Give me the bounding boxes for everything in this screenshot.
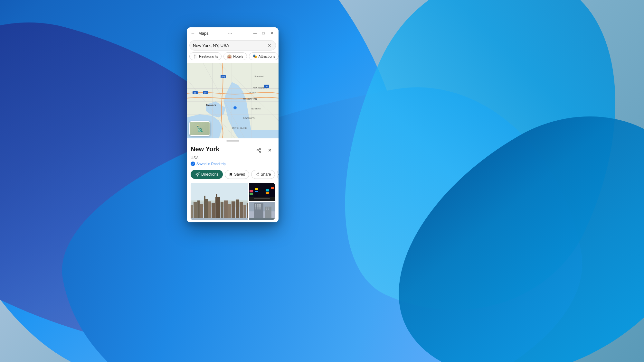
filter-hotels[interactable]: 🏨 Hotels [223, 52, 247, 60]
map-thumbnail[interactable]: 🗽 [189, 121, 210, 136]
svg-text:87: 87 [204, 92, 207, 94]
search-bar[interactable]: ✕ [189, 40, 276, 51]
svg-rect-73 [255, 191, 258, 192]
saved-label: Saved [234, 172, 245, 177]
close-button[interactable]: ✕ [268, 30, 275, 37]
svg-rect-62 [191, 218, 248, 220]
saved-badge: ✓ Saved in Road trip [191, 162, 275, 166]
svg-point-27 [234, 107, 236, 109]
maps-window: ← Maps ··· — □ ✕ ✕ 🍴 Restaurants 🏨 Hotel… [187, 27, 279, 222]
svg-rect-75 [249, 197, 275, 201]
svg-rect-51 [212, 203, 215, 220]
svg-rect-83 [255, 206, 256, 208]
directions-button[interactable]: Directions [191, 170, 223, 179]
drag-handle-bar [226, 140, 239, 142]
svg-rect-55 [224, 200, 228, 220]
place-country: USA [191, 156, 275, 160]
photo-main[interactable] [191, 183, 248, 220]
svg-rect-92 [266, 209, 267, 210]
svg-text:95: 95 [266, 86, 268, 88]
svg-rect-47 [200, 204, 203, 220]
svg-rect-57 [232, 201, 235, 220]
svg-rect-61 [247, 203, 248, 220]
svg-rect-80 [255, 204, 256, 206]
back-button[interactable]: ← [190, 30, 196, 36]
svg-point-30 [260, 151, 261, 153]
app-title: Maps [198, 31, 209, 36]
place-name: New York [191, 145, 219, 153]
attractions-icon: 🎭 [252, 54, 257, 59]
svg-point-37 [256, 174, 257, 175]
map-area[interactable]: Newark MANHATTAN QUEENS BROOKLYN STATEN … [187, 63, 279, 138]
svg-rect-44 [191, 205, 193, 220]
photos-grid [191, 183, 275, 220]
saved-badge-text: Saved in Road trip [196, 162, 226, 166]
photo-sm-1[interactable] [249, 183, 275, 201]
svg-rect-86 [255, 208, 256, 209]
window-controls: — □ ✕ [251, 30, 275, 37]
minimize-button[interactable]: — [251, 30, 259, 37]
svg-line-32 [258, 149, 260, 150]
thumbnail-image: 🗽 [190, 122, 210, 135]
svg-rect-50 [208, 201, 211, 220]
svg-line-39 [257, 175, 258, 175]
svg-rect-88 [259, 208, 261, 209]
place-header: New York [191, 145, 275, 155]
svg-text:Newark: Newark [206, 104, 217, 107]
more-button[interactable]: ··· [226, 30, 234, 36]
svg-line-40 [257, 173, 258, 174]
svg-text:QUEENS: QUEENS [251, 107, 261, 110]
svg-rect-74 [266, 192, 269, 194]
search-clear-button[interactable]: ✕ [267, 42, 272, 48]
share-button[interactable]: Share [251, 170, 275, 179]
maximize-button[interactable]: □ [260, 30, 267, 37]
svg-line-31 [258, 151, 260, 152]
attractions-label: Attractions [259, 54, 275, 58]
svg-rect-94 [249, 218, 275, 220]
svg-rect-71 [271, 187, 274, 189]
search-input[interactable] [193, 43, 267, 48]
svg-point-28 [260, 148, 261, 149]
saved-badge-dot: ✓ [191, 162, 195, 166]
svg-rect-52 [215, 197, 220, 220]
svg-text:BROOKLYN: BROOKLYN [243, 117, 255, 119]
more-actions-button[interactable]: ··· [277, 169, 279, 180]
svg-text:BRONX: BRONX [250, 92, 256, 94]
svg-text:Stamford: Stamford [254, 75, 264, 78]
svg-rect-69 [255, 188, 258, 190]
drag-handle [187, 138, 279, 143]
svg-rect-68 [250, 190, 253, 192]
desktop-wallpaper [0, 0, 644, 362]
svg-rect-85 [259, 206, 261, 208]
action-buttons: Directions Saved Share ··· [191, 169, 275, 180]
hotels-icon: 🏨 [227, 54, 232, 59]
svg-point-38 [258, 175, 259, 176]
svg-rect-89 [265, 207, 271, 220]
directions-label: Directions [201, 172, 218, 177]
filter-restaurants[interactable]: 🍴 Restaurants [189, 52, 222, 60]
svg-rect-46 [197, 200, 200, 220]
svg-rect-70 [266, 189, 269, 191]
hotels-label: Hotels [233, 54, 243, 58]
svg-rect-76 [254, 198, 270, 199]
svg-rect-45 [194, 202, 197, 220]
share-header-button[interactable] [254, 145, 264, 155]
svg-marker-35 [196, 172, 199, 176]
filter-attractions[interactable]: 🎭 Attractions [249, 52, 279, 60]
share-label: Share [260, 172, 271, 177]
svg-text:278: 278 [222, 76, 225, 78]
svg-rect-91 [268, 208, 269, 209]
svg-rect-56 [228, 204, 231, 220]
saved-button[interactable]: Saved [225, 170, 249, 179]
svg-rect-93 [268, 209, 269, 210]
svg-rect-53 [216, 194, 217, 197]
svg-rect-79 [254, 203, 263, 220]
svg-text:95: 95 [194, 92, 196, 94]
svg-text:STATEN ISLAND: STATEN ISLAND [232, 127, 247, 129]
restaurants-icon: 🍴 [193, 54, 198, 59]
photo-sm-2[interactable] [249, 202, 275, 220]
close-panel-button[interactable] [265, 145, 275, 155]
restaurants-label: Restaurants [199, 54, 218, 58]
svg-rect-72 [250, 193, 253, 195]
svg-rect-54 [221, 202, 223, 220]
